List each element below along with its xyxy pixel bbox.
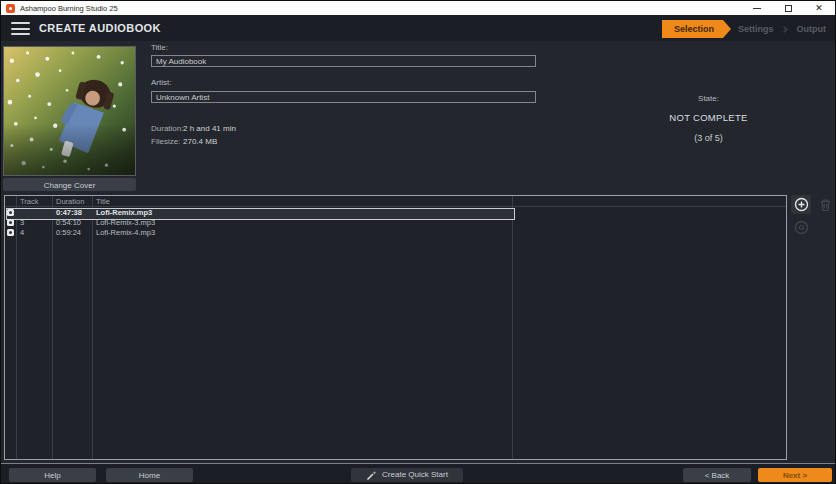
maximize-button[interactable] — [781, 2, 795, 14]
duration-cell: 0:47:38 — [56, 208, 82, 218]
column-header-title[interactable]: Title — [96, 197, 110, 206]
quick-start-wand-icon — [366, 470, 377, 481]
close-button[interactable]: ✕ — [812, 2, 826, 14]
audio-file-icon — [7, 229, 14, 236]
table-header: Track Duration Title — [5, 196, 786, 207]
table-row[interactable]: 30:54:10Lofi-Remix-3.mp3 — [5, 218, 786, 228]
window-title: Ashampoo Burning Studio 25 — [20, 4, 750, 13]
table-row[interactable]: 40:59:24Lofi-Remix-4.mp3 — [5, 228, 786, 238]
remove-track-button[interactable] — [816, 195, 835, 214]
cover-image — [3, 46, 136, 176]
state-value: NOT COMPLETE — [621, 112, 796, 123]
filesize-value: 270.4 MB — [183, 137, 217, 146]
add-track-button[interactable] — [791, 195, 811, 214]
titlebar: Ashampoo Burning Studio 25 ✕ — [1, 1, 836, 15]
duration-label: Duration: — [151, 124, 183, 133]
track-table: Track Duration Title 0:47:38Lofi-Remix.m… — [4, 195, 787, 460]
state-progress: (3 of 5) — [621, 133, 796, 143]
disc-icon — [794, 220, 809, 235]
table-rows: 0:47:38Lofi-Remix.mp330:54:10Lofi-Remix-… — [5, 208, 786, 238]
title-label: Title: — [151, 43, 168, 52]
duration-cell: 0:54:10 — [56, 218, 81, 228]
back-button[interactable]: < Back — [683, 468, 751, 482]
menu-icon[interactable] — [11, 22, 30, 35]
minimize-button[interactable] — [750, 2, 764, 14]
step-settings[interactable]: Settings — [731, 20, 781, 38]
create-quick-start-label: Create Quick Start — [382, 468, 448, 482]
title-cell: Lofi-Remix-3.mp3 — [96, 218, 155, 228]
header-bar: CREATE AUDIOBOOK SelectionSettingsOutput — [1, 15, 836, 41]
table-row[interactable]: 0:47:38Lofi-Remix.mp3 — [5, 208, 786, 218]
next-button[interactable]: Next > — [758, 468, 832, 482]
trash-icon — [819, 198, 832, 212]
audio-file-icon — [7, 209, 14, 216]
audio-file-icon — [7, 219, 14, 226]
duration-value: 2 h and 41 min — [183, 124, 236, 133]
title-input[interactable] — [151, 55, 536, 67]
state-panel: State: NOT COMPLETE (3 of 5) — [621, 94, 796, 143]
create-quick-start-button[interactable]: Create Quick Start — [351, 468, 463, 482]
step-output[interactable]: Output — [790, 20, 834, 38]
state-label: State: — [621, 94, 796, 103]
duration-cell: 0:59:24 — [56, 228, 81, 238]
app-logo-icon — [6, 4, 15, 13]
cover-panel: Change Cover — [3, 46, 136, 191]
artist-label: Artist: — [151, 78, 171, 87]
title-cell: Lofi-Remix.mp3 — [96, 208, 152, 218]
title-cell: Lofi-Remix-4.mp3 — [96, 228, 155, 238]
track-number-cell: 4 — [20, 228, 24, 238]
breadcrumb: SelectionSettingsOutput — [662, 20, 833, 38]
page-title: CREATE AUDIOBOOK — [39, 22, 161, 34]
window-controls: ✕ — [750, 2, 826, 14]
filesize-label: Filesize: — [151, 137, 180, 146]
column-header-track[interactable]: Track — [20, 197, 38, 206]
chevron-right-icon — [780, 25, 787, 32]
track-number-cell: 3 — [20, 218, 24, 228]
help-button[interactable]: Help — [9, 468, 96, 482]
disc-button[interactable] — [791, 218, 811, 237]
step-selection[interactable]: Selection — [662, 20, 731, 38]
footer-bar: Help Home Create Quick Start < Back Next… — [1, 463, 836, 484]
artist-input[interactable] — [151, 91, 536, 103]
app-window: Ashampoo Burning Studio 25 ✕ CREATE AUDI… — [0, 0, 836, 484]
home-button[interactable]: Home — [106, 468, 193, 482]
change-cover-button[interactable]: Change Cover — [3, 178, 136, 191]
column-header-duration[interactable]: Duration — [56, 197, 84, 206]
plus-circle-icon — [794, 197, 809, 212]
